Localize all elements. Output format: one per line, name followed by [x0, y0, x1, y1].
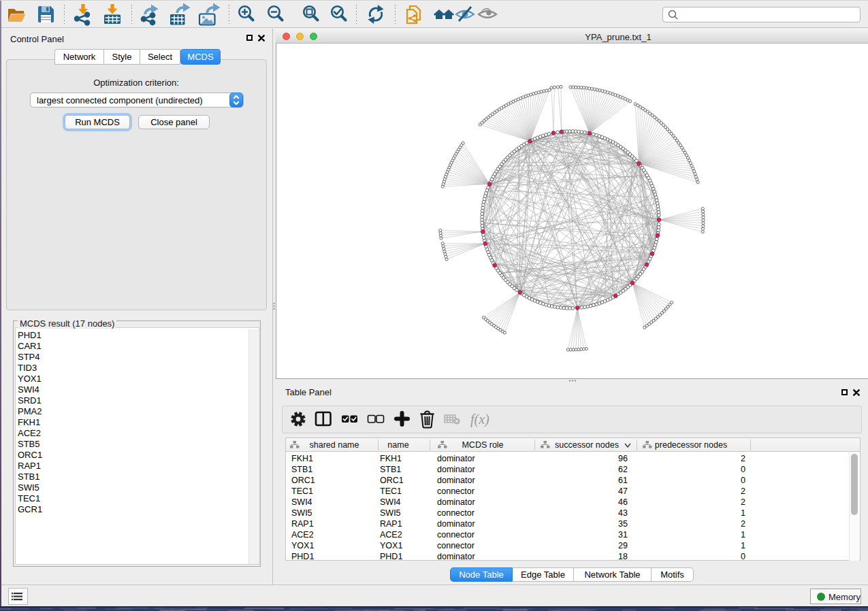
svg-text:f(x): f(x): [470, 412, 489, 427]
